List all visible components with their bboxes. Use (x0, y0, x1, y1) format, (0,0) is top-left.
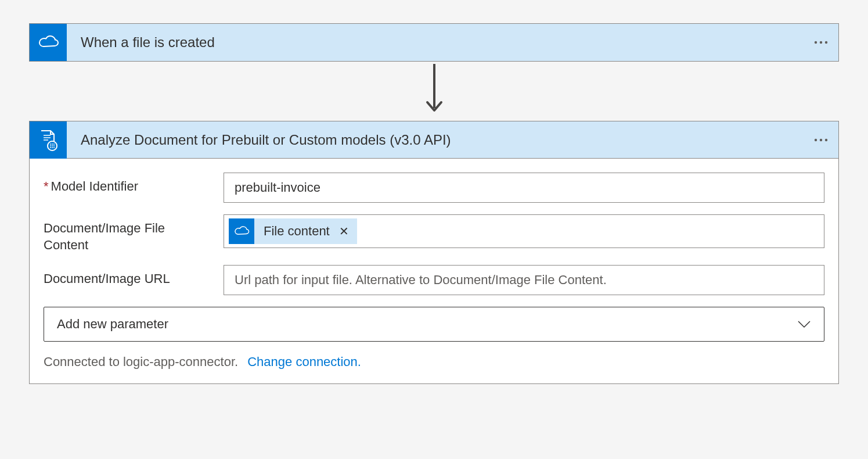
dropdown-label: Add new parameter (57, 317, 797, 332)
more-icon[interactable] (804, 24, 838, 61)
svg-point-12 (52, 145, 53, 146)
svg-point-10 (53, 144, 55, 145)
svg-point-2 (825, 41, 827, 44)
token-label: File content (254, 224, 337, 239)
svg-point-15 (52, 147, 53, 148)
svg-point-18 (820, 138, 822, 141)
svg-point-17 (815, 138, 817, 141)
svg-point-1 (820, 41, 822, 44)
chevron-down-icon (797, 318, 811, 331)
field-label: Document/Image File Content (44, 214, 212, 253)
label-text: Model Identifier (51, 179, 138, 193)
svg-point-9 (52, 144, 53, 145)
connection-info: Connected to logic-app-connector. Change… (44, 354, 824, 370)
svg-point-13 (53, 145, 55, 146)
workflow-container: When a file is created (29, 23, 839, 384)
add-parameter-dropdown[interactable]: Add new parameter (44, 307, 824, 342)
model-identifier-input[interactable] (224, 173, 824, 203)
field-model-identifier: *Model Identifier (44, 173, 824, 203)
change-connection-link[interactable]: Change connection. (247, 354, 361, 369)
trigger-title: When a file is created (67, 34, 804, 51)
field-image-url: Document/Image URL (44, 265, 824, 295)
onedrive-icon (229, 218, 254, 244)
field-label: *Model Identifier (44, 173, 212, 195)
file-content-input[interactable]: File content ✕ (224, 214, 824, 248)
onedrive-icon (30, 24, 67, 61)
field-label: Document/Image URL (44, 265, 212, 288)
required-asterisk: * (44, 179, 49, 193)
trigger-header[interactable]: When a file is created (30, 24, 838, 61)
image-url-input[interactable] (224, 265, 824, 295)
svg-point-8 (50, 144, 51, 145)
field-file-content: Document/Image File Content File content… (44, 214, 824, 253)
action-title: Analyze Document for Prebuilt or Custom … (67, 132, 804, 148)
trigger-card[interactable]: When a file is created (29, 23, 839, 62)
arrow-connector (29, 62, 839, 121)
svg-point-0 (815, 41, 817, 44)
svg-point-16 (53, 147, 55, 148)
action-card: Analyze Document for Prebuilt or Custom … (29, 121, 839, 384)
svg-point-19 (825, 138, 827, 141)
more-icon[interactable] (804, 121, 838, 159)
svg-point-11 (50, 145, 51, 146)
action-header[interactable]: Analyze Document for Prebuilt or Custom … (30, 121, 838, 159)
svg-point-14 (50, 147, 51, 148)
close-icon[interactable]: ✕ (337, 224, 357, 238)
dynamic-content-token[interactable]: File content ✕ (229, 218, 357, 244)
form-recognizer-icon (30, 121, 67, 159)
connection-text: Connected to logic-app-connector. (44, 354, 238, 369)
action-body: *Model Identifier Document/Image File Co… (30, 159, 838, 383)
